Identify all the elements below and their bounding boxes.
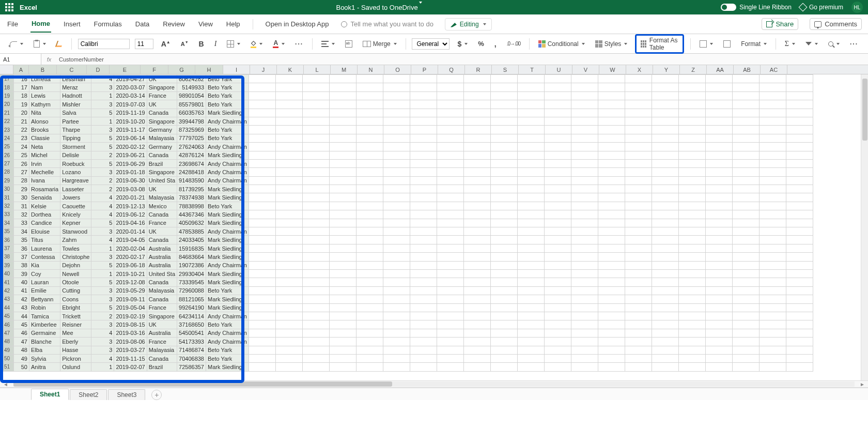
cell[interactable]	[410, 303, 437, 312]
cell[interactable]: 5149933	[177, 83, 206, 91]
cell[interactable]	[652, 261, 678, 269]
column-header-A[interactable]: A	[13, 65, 29, 74]
cell[interactable]: 72960088	[177, 286, 206, 295]
cell[interactable]	[275, 91, 302, 100]
format-painter-button[interactable]	[54, 39, 65, 49]
cell[interactable]	[356, 363, 383, 371]
cell[interactable]	[598, 219, 625, 227]
cell[interactable]	[302, 269, 329, 278]
cell[interactable]: Towles	[60, 244, 91, 252]
conditional-formatting-button[interactable]: Conditional	[536, 39, 587, 49]
cell[interactable]	[302, 329, 329, 337]
cell[interactable]	[329, 303, 356, 312]
cell[interactable]	[437, 75, 463, 83]
cell[interactable]	[490, 338, 517, 346]
cell[interactable]: 29	[14, 185, 29, 193]
cell[interactable]: 4	[91, 354, 114, 362]
cell[interactable]	[705, 176, 732, 185]
cell[interactable]	[249, 176, 275, 185]
cell[interactable]	[625, 269, 652, 278]
cell[interactable]	[383, 219, 410, 227]
cell[interactable]	[329, 75, 356, 83]
cell[interactable]: Senaida	[29, 193, 60, 202]
row-header[interactable]: 18	[1, 83, 14, 91]
cell[interactable]	[383, 151, 410, 159]
cell[interactable]: Malayasia	[147, 134, 177, 142]
cell[interactable]: Ebright	[60, 303, 91, 312]
comma-button[interactable]: ,	[492, 38, 499, 50]
cell[interactable]	[517, 151, 544, 159]
cell[interactable]: Mark Siedling	[206, 295, 249, 303]
cell[interactable]	[490, 117, 517, 125]
cell[interactable]	[732, 202, 759, 210]
cell[interactable]: 2019-03-27	[114, 346, 147, 354]
cell[interactable]	[410, 253, 437, 261]
cell[interactable]	[598, 83, 625, 91]
cell[interactable]	[302, 83, 329, 91]
cell[interactable]	[544, 91, 571, 100]
row-header[interactable]: 29	[1, 176, 14, 185]
cell[interactable]	[705, 303, 732, 312]
cell[interactable]	[275, 227, 302, 236]
cell[interactable]	[437, 303, 463, 312]
cell[interactable]: 2019-04-27	[114, 75, 147, 83]
cell[interactable]	[356, 202, 383, 210]
cell[interactable]	[249, 244, 275, 252]
cell[interactable]	[383, 143, 410, 151]
cell[interactable]	[437, 100, 463, 109]
cell[interactable]	[652, 210, 678, 219]
cell[interactable]: 21	[14, 117, 29, 125]
name-box[interactable]: A1	[0, 54, 41, 65]
cell[interactable]	[678, 134, 705, 142]
cell[interactable]	[786, 109, 813, 117]
cell[interactable]	[517, 134, 544, 142]
cell[interactable]: Singapore	[147, 168, 177, 176]
cell[interactable]: Reisner	[60, 320, 91, 329]
cell[interactable]	[652, 244, 678, 252]
cell[interactable]	[598, 151, 625, 159]
cell[interactable]	[786, 261, 813, 269]
cell[interactable]	[437, 134, 463, 142]
cell[interactable]	[571, 338, 598, 346]
cell[interactable]	[249, 117, 275, 125]
cell[interactable]	[249, 295, 275, 303]
column-header-W[interactable]: W	[599, 65, 626, 74]
cell[interactable]	[302, 303, 329, 312]
cell[interactable]	[383, 75, 410, 83]
cell[interactable]	[732, 176, 759, 185]
row-header[interactable]: 23	[1, 126, 14, 134]
cell[interactable]	[786, 320, 813, 329]
cell[interactable]: 66035763	[177, 109, 206, 117]
cell[interactable]: Andy Chairman	[206, 329, 249, 337]
cell[interactable]	[571, 320, 598, 329]
cell[interactable]	[437, 278, 463, 286]
cell[interactable]	[437, 363, 463, 371]
cell[interactable]: Zahm	[60, 236, 91, 244]
sheet-tab-sheet1[interactable]: Sheet1	[31, 389, 69, 400]
cell[interactable]	[356, 176, 383, 185]
cell[interactable]	[571, 346, 598, 354]
percent-button[interactable]: %	[475, 38, 487, 49]
cell[interactable]	[383, 338, 410, 346]
cell[interactable]	[571, 91, 598, 100]
cell[interactable]	[678, 227, 705, 236]
cell[interactable]	[356, 295, 383, 303]
cell[interactable]	[356, 338, 383, 346]
cell[interactable]	[759, 185, 786, 193]
cell[interactable]: 49	[14, 354, 29, 362]
cell[interactable]	[625, 83, 652, 91]
cell[interactable]	[410, 227, 437, 236]
cell[interactable]	[329, 227, 356, 236]
cell[interactable]: Beto Yark	[206, 100, 249, 109]
cell[interactable]	[759, 363, 786, 371]
row-header[interactable]: 19	[1, 91, 14, 100]
cell[interactable]: 5	[91, 109, 114, 117]
cell[interactable]	[571, 143, 598, 151]
cell[interactable]	[732, 227, 759, 236]
cell[interactable]: Mark Siedling	[206, 244, 249, 252]
cell[interactable]: 60624282	[177, 75, 206, 83]
cell[interactable]: Nita	[29, 109, 60, 117]
cell[interactable]	[786, 126, 813, 134]
cell[interactable]	[652, 185, 678, 193]
cell[interactable]	[705, 109, 732, 117]
